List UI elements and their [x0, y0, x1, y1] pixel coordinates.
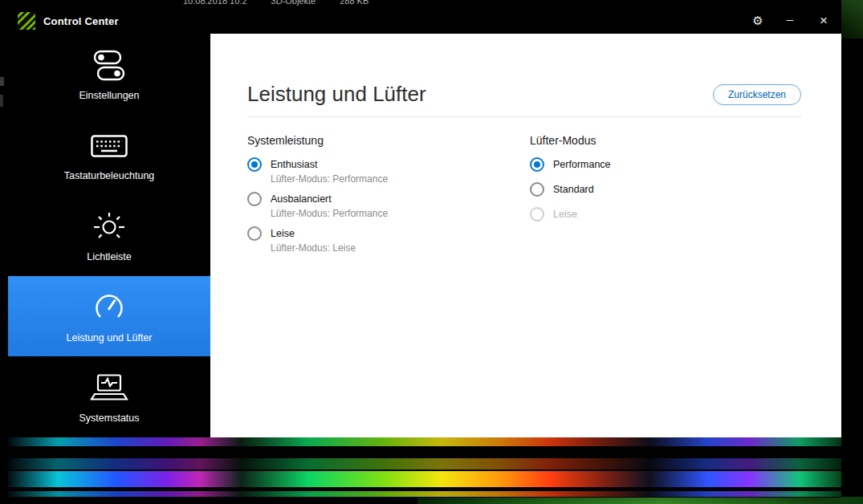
- sidebar-item-tastaturbeleuchtung[interactable]: Tastaturbeleuchtung: [8, 115, 210, 196]
- sidebar-item-einstellungen[interactable]: Einstellungen: [8, 34, 210, 115]
- background-text-fragment: 3D-Objekte: [271, 0, 316, 6]
- toggles-icon: [89, 47, 129, 84]
- divider: [247, 116, 801, 117]
- sidebar-item-label: Einstellungen: [79, 90, 139, 101]
- control-center-window: Control Center ⚙ – × Einstellungen: [8, 8, 841, 498]
- radio-icon: [530, 182, 544, 197]
- laptop-pulse-icon: [89, 370, 129, 407]
- lightbar-icon: [90, 209, 128, 246]
- desktop-edge-mark: [0, 95, 3, 107]
- background-text-fragment: 10.08.2018 10:2: [183, 0, 247, 6]
- sidebar-item-label: Tastaturbeleuchtung: [64, 170, 155, 181]
- radio-icon: [247, 157, 262, 172]
- rgb-lightbar-preview: [8, 437, 841, 498]
- radio-icon: [530, 207, 544, 222]
- reset-button[interactable]: Zurücksetzen: [713, 84, 801, 105]
- radio-option-leise[interactable]: Leise: [247, 226, 530, 241]
- close-button[interactable]: ×: [806, 8, 841, 34]
- window-title: Control Center: [43, 15, 119, 27]
- app-logo-icon: [18, 12, 35, 30]
- sidebar-item-label: Systemstatus: [79, 413, 139, 424]
- settings-gear-button[interactable]: ⚙: [742, 8, 774, 34]
- rgb-band: [8, 491, 841, 497]
- sidebar-item-systemstatus[interactable]: Systemstatus: [8, 356, 210, 437]
- fan-mode-group: Lüfter-Modus Performance Standard Leise: [530, 134, 801, 261]
- radio-option-standard[interactable]: Standard: [530, 182, 801, 197]
- minimize-button[interactable]: –: [774, 8, 806, 34]
- sidebar-item-label: Lichtleiste: [87, 251, 132, 262]
- option-subtext: Lüfter-Modus: Leise: [271, 242, 530, 254]
- radio-icon: [530, 157, 544, 172]
- sidebar: Einstellungen Tastaturbeleuchtung: [8, 34, 210, 437]
- keyboard-icon: [90, 128, 128, 165]
- gauge-icon: [91, 290, 128, 327]
- group-label-systemleistung: Systemleistung: [247, 134, 530, 147]
- radio-option-ausbalanciert[interactable]: Ausbalanciert: [247, 192, 530, 206]
- sidebar-item-lichtleiste[interactable]: Lichtleiste: [8, 195, 210, 276]
- radio-option-performance[interactable]: Performance: [530, 157, 801, 172]
- page-title: Leistung und Lüfter: [247, 82, 426, 107]
- sidebar-item-leistung-und-luefter[interactable]: Leistung und Lüfter: [8, 276, 210, 357]
- content-panel: Leistung und Lüfter Zurücksetzen Systeml…: [210, 34, 841, 437]
- radio-option-enthusiast[interactable]: Enthusiast: [247, 157, 530, 172]
- desktop-edge-mark: [0, 77, 4, 86]
- group-label-luefter-modus: Lüfter-Modus: [530, 134, 801, 147]
- background-text-fragment: 288 KB: [340, 0, 368, 6]
- sidebar-item-label: Leistung und Lüfter: [66, 332, 152, 343]
- radio-icon: [247, 226, 262, 241]
- option-subtext: Lüfter-Modus: Performance: [271, 208, 530, 219]
- radio-icon: [247, 192, 262, 206]
- desktop-wallpaper-strip: [417, 497, 863, 504]
- rgb-band: [8, 437, 841, 446]
- titlebar: Control Center ⚙ – ×: [8, 8, 841, 34]
- desktop-wallpaper-corner: [841, 0, 863, 39]
- system-performance-group: Systemleistung Enthusiast Lüfter-Modus: …: [247, 134, 530, 261]
- option-subtext: Lüfter-Modus: Performance: [271, 173, 530, 185]
- rgb-band: [8, 471, 841, 487]
- rgb-band: [8, 458, 841, 469]
- radio-option-leise-disabled: Leise: [530, 207, 801, 222]
- background-window-text: 10.08.2018 10:2 3D-Objekte 288 KB: [183, 0, 368, 6]
